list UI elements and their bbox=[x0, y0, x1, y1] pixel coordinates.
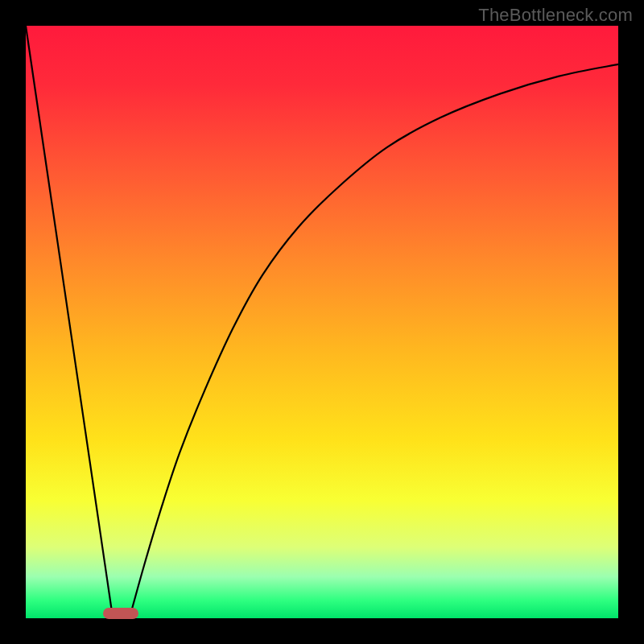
plot-area bbox=[26, 26, 618, 618]
bottleneck-marker bbox=[103, 608, 138, 619]
watermark-text: TheBottleneck.com bbox=[478, 5, 633, 26]
curve-layer bbox=[26, 26, 618, 618]
left-line bbox=[26, 26, 113, 618]
right-curve bbox=[130, 64, 618, 618]
chart-frame: TheBottleneck.com bbox=[0, 0, 644, 644]
